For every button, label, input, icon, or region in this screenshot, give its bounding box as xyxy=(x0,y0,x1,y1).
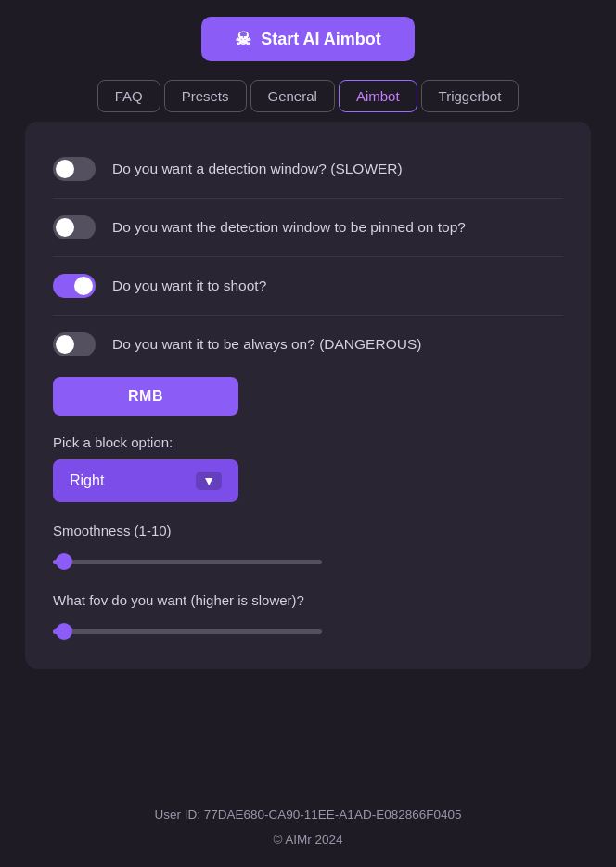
toggle-detection-window[interactable] xyxy=(53,157,96,181)
tab-general[interactable]: General xyxy=(250,80,335,112)
tab-aimbot[interactable]: Aimbot xyxy=(339,80,417,112)
chevron-down-icon: ▼ xyxy=(196,472,222,490)
smoothness-section: Smoothness (1-10) xyxy=(53,523,563,572)
tab-bar: FAQ Presets General Aimbot Triggerbot xyxy=(97,80,520,112)
toggle-label-pin-on-top: Do you want the detection window to be p… xyxy=(112,219,466,236)
fov-section: What fov do you want (higher is slower)? xyxy=(53,592,563,641)
toggle-label-detection-window: Do you want a detection window? (SLOWER) xyxy=(112,161,403,177)
toggle-label-always-on: Do you want it to be always on? (DANGERO… xyxy=(112,336,421,353)
fov-slider-track xyxy=(53,629,322,634)
toggle-pin-on-top[interactable] xyxy=(53,215,96,239)
toggle-row-shoot: Do you want it to shoot? xyxy=(53,261,563,311)
start-aimbot-button[interactable]: ☠ Start AI Aimbot xyxy=(201,17,415,61)
tab-triggerbot[interactable]: Triggerbot xyxy=(421,80,520,112)
copyright-label: © AIMr 2024 xyxy=(155,827,462,852)
main-panel: Do you want a detection window? (SLOWER)… xyxy=(25,122,591,669)
divider-3 xyxy=(53,315,563,316)
toggle-row-always-on: Do you want it to be always on? (DANGERO… xyxy=(53,319,563,369)
toggle-label-shoot: Do you want it to shoot? xyxy=(112,278,266,294)
tab-presets[interactable]: Presets xyxy=(164,80,247,112)
divider-1 xyxy=(53,198,563,199)
block-option-select-wrapper: Right ▼ xyxy=(53,459,238,502)
toggle-always-on[interactable] xyxy=(53,332,96,356)
rmb-button[interactable]: RMB xyxy=(53,377,238,416)
fov-label: What fov do you want (higher is slower)? xyxy=(53,592,563,608)
smoothness-label: Smoothness (1-10) xyxy=(53,523,563,538)
user-id-label: User ID: 77DAE680-CA90-11EE-A1AD-E082866… xyxy=(155,802,462,827)
skull-icon: ☠ xyxy=(235,28,251,50)
toggle-row-detection-window: Do you want a detection window? (SLOWER) xyxy=(53,144,563,194)
toggle-shoot[interactable] xyxy=(53,274,96,298)
fov-slider-thumb[interactable] xyxy=(56,623,72,640)
fov-slider-wrapper xyxy=(53,621,322,641)
block-option-value: Right xyxy=(70,472,104,489)
smoothness-slider-wrapper xyxy=(53,551,322,572)
footer: User ID: 77DAE680-CA90-11EE-A1AD-E082866… xyxy=(155,774,462,867)
start-button-label: Start AI Aimbot xyxy=(261,30,381,49)
toggle-row-pin-on-top: Do you want the detection window to be p… xyxy=(53,202,563,252)
smoothness-slider-track xyxy=(53,560,322,564)
smoothness-slider-thumb[interactable] xyxy=(56,553,72,570)
block-option-label: Pick a block option: xyxy=(53,434,563,450)
divider-2 xyxy=(53,256,563,257)
tab-faq[interactable]: FAQ xyxy=(97,80,160,112)
block-option-select[interactable]: Right ▼ xyxy=(53,459,238,502)
